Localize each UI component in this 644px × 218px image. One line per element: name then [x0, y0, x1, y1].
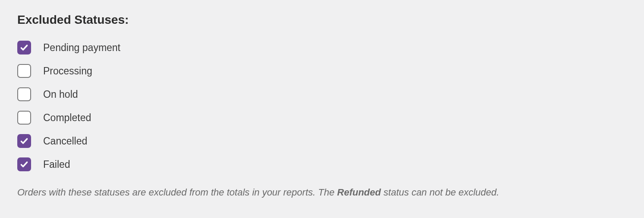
status-checkbox[interactable] [17, 87, 31, 101]
check-icon [20, 43, 28, 52]
status-label[interactable]: Pending payment [43, 42, 120, 54]
status-label[interactable]: Failed [43, 159, 70, 170]
status-label[interactable]: On hold [43, 89, 78, 100]
excluded-statuses-heading: Excluded Statuses: [17, 13, 627, 27]
status-row: Cancelled [17, 134, 627, 148]
description-suffix: status can not be excluded. [381, 187, 499, 198]
check-icon [20, 137, 28, 145]
check-icon [20, 160, 28, 169]
status-checkbox[interactable] [17, 64, 31, 78]
status-row: Failed [17, 157, 627, 171]
status-row: Completed [17, 111, 627, 125]
status-label[interactable]: Processing [43, 65, 92, 77]
status-label[interactable]: Cancelled [43, 135, 87, 147]
description-prefix: Orders with these statuses are excluded … [17, 187, 337, 198]
description-text: Orders with these statuses are excluded … [17, 185, 627, 199]
status-checkbox-list: Pending paymentProcessingOn holdComplete… [17, 41, 627, 171]
status-row: Pending payment [17, 41, 627, 54]
status-label[interactable]: Completed [43, 112, 91, 124]
status-checkbox[interactable] [17, 41, 31, 54]
status-checkbox[interactable] [17, 111, 31, 125]
status-row: Processing [17, 64, 627, 78]
status-checkbox[interactable] [17, 157, 31, 171]
status-row: On hold [17, 87, 627, 101]
description-bold: Refunded [337, 187, 381, 198]
status-checkbox[interactable] [17, 134, 31, 148]
